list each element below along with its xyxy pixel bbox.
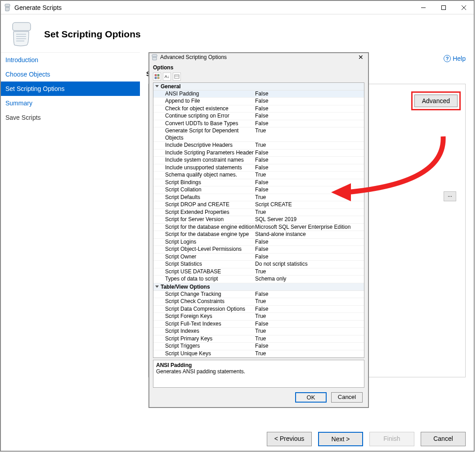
property-value[interactable]: True bbox=[255, 142, 364, 149]
property-name: Convert UDDTs to Base Types bbox=[165, 120, 255, 127]
property-row[interactable]: Include Descriptive HeadersTrue bbox=[153, 142, 364, 149]
close-button[interactable] bbox=[454, 1, 474, 14]
property-row[interactable]: Script DROP and CREATEScript CREATE bbox=[153, 201, 364, 209]
property-row[interactable]: Script Unique KeysTrue bbox=[153, 350, 364, 358]
property-value[interactable]: False bbox=[255, 343, 364, 350]
property-value[interactable]: True bbox=[255, 298, 364, 305]
property-value[interactable]: True bbox=[255, 268, 364, 276]
maximize-button[interactable] bbox=[433, 1, 454, 14]
property-value[interactable]: False bbox=[255, 98, 364, 105]
property-row[interactable]: Script StatisticsDo not script statistic… bbox=[153, 261, 364, 268]
property-value[interactable]: SQL Server 2019 bbox=[255, 216, 364, 223]
property-row[interactable]: Script LoginsFalse bbox=[153, 239, 364, 246]
property-row[interactable]: Include system constraint namesFalse bbox=[153, 157, 364, 164]
property-row[interactable]: Script Change TrackingFalse bbox=[153, 291, 364, 299]
property-value[interactable]: True bbox=[255, 194, 364, 201]
property-value[interactable]: True bbox=[255, 313, 364, 320]
property-value[interactable]: False bbox=[255, 157, 364, 164]
dialog-cancel-button[interactable]: Cancel bbox=[331, 392, 363, 403]
previous-button[interactable]: < Previous bbox=[267, 432, 312, 446]
property-name: Generate Script for Dependent Objects bbox=[165, 127, 255, 141]
advanced-button[interactable]: Advanced bbox=[414, 95, 458, 107]
property-value[interactable]: False bbox=[255, 179, 364, 186]
sidebar-item-summary[interactable]: Summary bbox=[1, 96, 140, 110]
dialog-close-button[interactable]: ✕ bbox=[355, 54, 366, 61]
property-value[interactable]: False bbox=[255, 120, 364, 127]
property-row[interactable]: Script CollationFalse bbox=[153, 186, 364, 194]
property-value[interactable]: True bbox=[255, 127, 364, 141]
category-row[interactable]: General bbox=[153, 83, 364, 91]
property-value[interactable]: False bbox=[255, 113, 364, 120]
property-name: Script Primary Keys bbox=[165, 335, 255, 343]
property-row[interactable]: Script Check ConstraintsTrue bbox=[153, 298, 364, 306]
property-pages-button[interactable] bbox=[173, 72, 181, 81]
property-row[interactable]: Script Object-Level PermissionsFalse bbox=[153, 246, 364, 254]
property-name: Script for the database engine type bbox=[165, 231, 255, 238]
property-name: Script Indexes bbox=[165, 328, 255, 335]
property-value[interactable]: False bbox=[255, 306, 364, 313]
property-value[interactable]: True bbox=[255, 335, 364, 343]
sidebar-item-save-scripts[interactable]: Save Scripts bbox=[1, 110, 140, 125]
property-row[interactable]: Convert UDDTs to Base TypesFalse bbox=[153, 120, 364, 128]
property-row[interactable]: Types of data to scriptSchema only bbox=[153, 276, 364, 283]
property-value[interactable]: Script CREATE bbox=[255, 201, 364, 208]
property-row[interactable]: Include Scripting Parameters HeaderFalse bbox=[153, 149, 364, 157]
property-row[interactable]: Script Full-Text IndexesFalse bbox=[153, 321, 364, 328]
sidebar-item-introduction[interactable]: Introduction bbox=[1, 53, 140, 67]
property-value[interactable]: False bbox=[255, 186, 364, 194]
property-value[interactable]: False bbox=[255, 91, 364, 98]
property-value[interactable]: True bbox=[255, 172, 364, 179]
property-value[interactable]: True bbox=[255, 350, 364, 358]
property-value[interactable]: False bbox=[255, 246, 364, 253]
property-row[interactable]: Script for Server VersionSQL Server 2019 bbox=[153, 216, 364, 224]
minimize-button[interactable] bbox=[413, 1, 433, 14]
property-row[interactable]: Script IndexesTrue bbox=[153, 328, 364, 335]
property-value[interactable]: False bbox=[255, 254, 364, 261]
property-row[interactable]: Script USE DATABASETrue bbox=[153, 268, 364, 276]
property-value[interactable]: True bbox=[255, 209, 364, 216]
property-value[interactable]: False bbox=[255, 239, 364, 246]
property-value[interactable]: True bbox=[255, 328, 364, 335]
property-grid[interactable]: GeneralANSI PaddingFalseAppend to FileFa… bbox=[153, 82, 364, 358]
property-value[interactable]: False bbox=[255, 291, 364, 298]
browse-button[interactable]: ... bbox=[444, 191, 456, 201]
categorized-button[interactable] bbox=[153, 72, 161, 81]
property-row[interactable]: Script Extended PropertiesTrue bbox=[153, 209, 364, 217]
property-value[interactable]: Microsoft SQL Server Enterprise Edition bbox=[255, 224, 364, 231]
next-button[interactable]: Next > bbox=[318, 432, 363, 446]
property-name: Include system constraint names bbox=[165, 157, 255, 164]
property-row[interactable]: ANSI PaddingFalse bbox=[153, 91, 364, 98]
property-row[interactable]: Script for the database engine editionMi… bbox=[153, 224, 364, 231]
property-value[interactable]: False bbox=[255, 149, 364, 157]
property-value[interactable]: Schema only bbox=[255, 276, 364, 283]
help-link[interactable]: ? Help bbox=[444, 55, 466, 62]
category-row[interactable]: Table/View Options bbox=[153, 283, 364, 291]
property-row[interactable]: Script BindingsFalse bbox=[153, 179, 364, 187]
property-row[interactable]: Script Primary KeysTrue bbox=[153, 335, 364, 343]
property-value[interactable]: False bbox=[255, 105, 364, 113]
property-row[interactable]: Schema qualify object names.True bbox=[153, 172, 364, 179]
property-row[interactable]: Script TriggersFalse bbox=[153, 343, 364, 350]
property-row[interactable]: Generate Script for Dependent ObjectsTru… bbox=[153, 127, 364, 142]
sidebar-item-choose-objects[interactable]: Choose Objects bbox=[1, 67, 140, 82]
property-row[interactable]: Script Foreign KeysTrue bbox=[153, 313, 364, 321]
property-value[interactable]: Do not script statistics bbox=[255, 261, 364, 268]
property-row[interactable]: Script Data Compression OptionsFalse bbox=[153, 306, 364, 313]
property-name: Script Statistics bbox=[165, 261, 255, 268]
category-label: General bbox=[161, 83, 181, 90]
property-row[interactable]: Append to FileFalse bbox=[153, 98, 364, 105]
property-row[interactable]: Script DefaultsTrue bbox=[153, 194, 364, 202]
property-row[interactable]: Continue scripting on ErrorFalse bbox=[153, 113, 364, 120]
property-row[interactable]: Include unsupported statementsFalse bbox=[153, 164, 364, 172]
script-page-icon bbox=[8, 21, 35, 48]
property-row[interactable]: Check for object existenceFalse bbox=[153, 105, 364, 113]
property-value[interactable]: False bbox=[255, 164, 364, 172]
property-value[interactable]: False bbox=[255, 321, 364, 328]
alphabetical-button[interactable]: A↓ bbox=[163, 72, 171, 81]
property-row[interactable]: Script OwnerFalse bbox=[153, 254, 364, 261]
cancel-button[interactable]: Cancel bbox=[421, 432, 466, 446]
sidebar-item-set-scripting-options[interactable]: Set Scripting Options bbox=[1, 82, 140, 96]
ok-button[interactable]: OK bbox=[295, 392, 327, 403]
property-row[interactable]: Script for the database engine typeStand… bbox=[153, 231, 364, 239]
property-value[interactable]: Stand-alone instance bbox=[255, 231, 364, 238]
